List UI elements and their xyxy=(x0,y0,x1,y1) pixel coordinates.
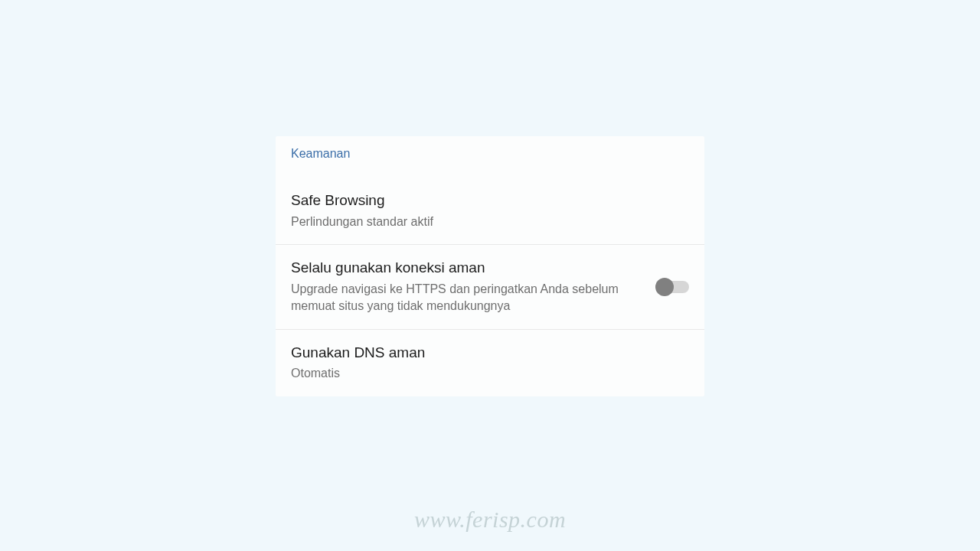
setting-title: Safe Browsing xyxy=(291,191,674,210)
settings-card: Keamanan Safe Browsing Perlindungan stan… xyxy=(276,136,704,396)
setting-text: Gunakan DNS aman Otomatis xyxy=(291,344,689,383)
setting-title: Selalu gunakan koneksi aman xyxy=(291,259,642,278)
setting-safe-browsing[interactable]: Safe Browsing Perlindungan standar aktif xyxy=(276,170,704,245)
toggle-thumb xyxy=(655,278,674,296)
setting-subtitle: Perlindungan standar aktif xyxy=(291,214,674,230)
setting-secure-dns[interactable]: Gunakan DNS aman Otomatis xyxy=(276,330,704,396)
setting-secure-connection[interactable]: Selalu gunakan koneksi aman Upgrade navi… xyxy=(276,245,704,329)
setting-subtitle: Upgrade navigasi ke HTTPS dan peringatka… xyxy=(291,281,642,315)
setting-title: Gunakan DNS aman xyxy=(291,344,674,363)
secure-connection-toggle[interactable] xyxy=(657,281,689,293)
setting-subtitle: Otomatis xyxy=(291,365,674,382)
section-header-security: Keamanan xyxy=(276,136,704,170)
watermark-text: www.ferisp.com xyxy=(414,507,566,533)
setting-text: Safe Browsing Perlindungan standar aktif xyxy=(291,191,689,230)
setting-text: Selalu gunakan koneksi aman Upgrade navi… xyxy=(291,259,657,315)
